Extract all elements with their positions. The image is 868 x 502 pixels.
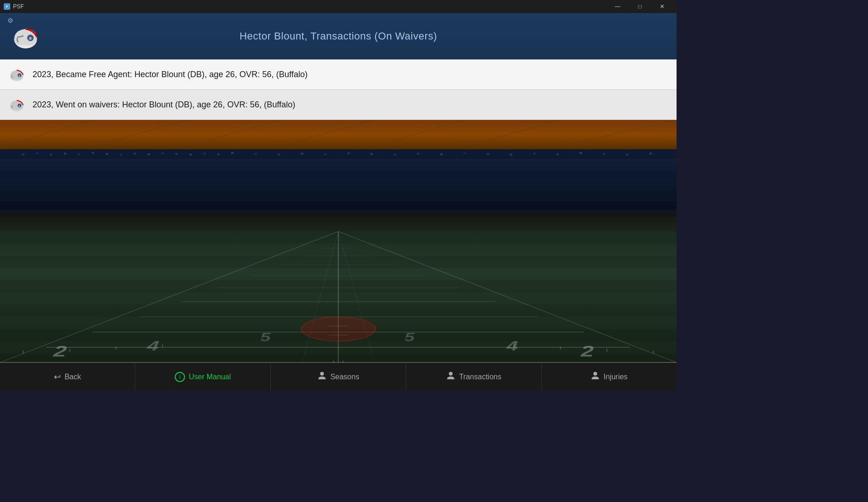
- transaction-list: B 2023, Became Free Agent: Hector Blount…: [0, 59, 677, 120]
- stadium-background: 2 4 5 5 4 2: [0, 120, 677, 363]
- transactions-person-icon: [446, 371, 455, 383]
- nav-back-label: Back: [65, 373, 81, 381]
- svg-line-15: [186, 120, 279, 147]
- transaction-text-1: 2023, Became Free Agent: Hector Blount (…: [33, 70, 308, 79]
- stands-area: [0, 149, 677, 217]
- minimize-button[interactable]: —: [607, 0, 628, 13]
- app-logo: B: [9, 20, 42, 53]
- team-helmet-logo: B: [9, 20, 42, 53]
- transaction-item-1: B 2023, Became Free Agent: Hector Blount…: [0, 59, 677, 90]
- svg-text:2: 2: [52, 343, 68, 360]
- app-icon: P: [4, 3, 10, 10]
- nav-transactions-label: Transactions: [459, 373, 501, 381]
- main-content: B 2023, Became Free Agent: Hector Blount…: [0, 59, 677, 363]
- svg-text:B: B: [29, 37, 32, 40]
- svg-text:B: B: [19, 75, 20, 77]
- nav-user-manual-label: User Manual: [189, 373, 231, 381]
- svg-text:B: B: [19, 105, 20, 107]
- stadium-container: 2 4 5 5 4 2: [0, 120, 677, 363]
- nav-seasons-label: Seasons: [330, 373, 359, 381]
- svg-line-19: [558, 120, 677, 147]
- info-icon: i: [175, 372, 185, 382]
- football-field: 2 4 5 5 4 2: [0, 231, 677, 363]
- nav-seasons[interactable]: Seasons: [271, 363, 406, 390]
- svg-line-13: [0, 120, 93, 147]
- close-button[interactable]: ✕: [651, 0, 673, 13]
- svg-point-84: [301, 317, 375, 341]
- transaction-text-2: 2023, Went on waivers: Hector Blount (DB…: [33, 100, 296, 110]
- seasons-person-icon: [317, 371, 327, 383]
- svg-text:4: 4: [506, 338, 518, 353]
- svg-point-103: [320, 372, 324, 376]
- svg-text:2: 2: [580, 343, 594, 359]
- back-icon: ↩: [54, 372, 61, 382]
- svg-point-105: [593, 372, 597, 376]
- title-bar-label: PSF: [13, 3, 24, 10]
- svg-line-18: [465, 120, 558, 147]
- bottom-navigation: ↩ Back i User Manual Seasons Transaction…: [0, 363, 677, 390]
- team-logo-2: B: [7, 95, 26, 114]
- transaction-item-2: B 2023, Went on waivers: Hector Blount (…: [0, 90, 677, 120]
- nav-injuries[interactable]: Injuries: [542, 363, 677, 390]
- svg-text:P: P: [6, 5, 8, 8]
- maximize-button[interactable]: □: [629, 0, 651, 13]
- svg-text:5: 5: [404, 330, 415, 343]
- svg-point-104: [449, 372, 453, 376]
- svg-text:4: 4: [146, 338, 160, 353]
- svg-line-14: [93, 120, 186, 147]
- title-bar: P PSF — □ ✕: [0, 0, 677, 13]
- team-logo-1: B: [7, 65, 26, 84]
- page-title: Hector Blount, Transactions (On Waivers): [239, 30, 437, 42]
- injuries-person-icon: [591, 371, 600, 383]
- nav-transactions[interactable]: Transactions: [406, 363, 541, 390]
- svg-rect-61: [0, 149, 677, 217]
- app-header: ⚙ B Hector Blount, Transactions (On Waiv…: [0, 13, 677, 59]
- nav-injuries-label: Injuries: [604, 373, 628, 381]
- nav-back[interactable]: ↩ Back: [0, 363, 135, 390]
- svg-line-17: [372, 120, 465, 147]
- nav-user-manual[interactable]: i User Manual: [135, 363, 270, 390]
- title-bar-left: P PSF: [4, 3, 24, 10]
- svg-text:5: 5: [260, 330, 271, 343]
- window-controls: — □ ✕: [607, 0, 673, 13]
- svg-line-16: [279, 120, 372, 147]
